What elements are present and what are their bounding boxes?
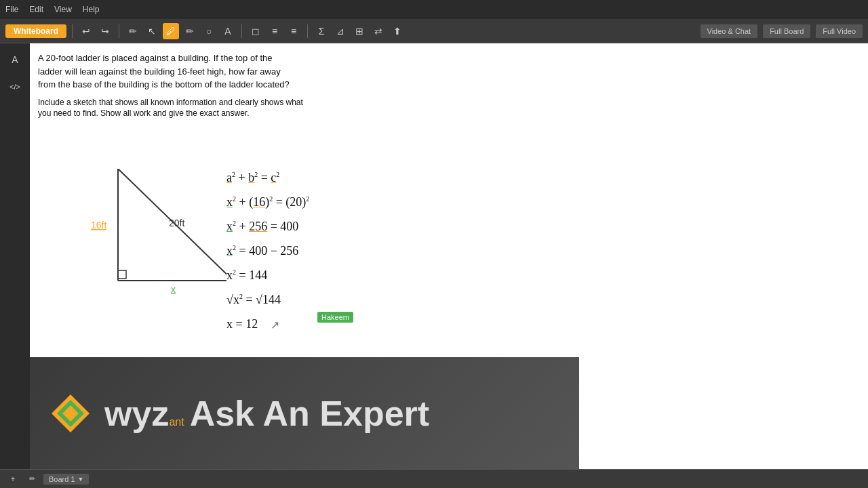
menu-help[interactable]: Help xyxy=(83,5,100,14)
whiteboard-tab[interactable]: Whiteboard xyxy=(5,24,66,38)
wyzant-logo-diamond xyxy=(50,393,91,434)
board-tab-arrow[interactable]: ▼ xyxy=(78,476,84,483)
redo-button[interactable]: ↪ xyxy=(97,23,113,39)
pencil-icon-bottom: ✏ xyxy=(24,472,39,487)
main-area: A </> A 20-foot ladder is placed against… xyxy=(0,43,868,469)
left-sidebar: A </> xyxy=(0,43,30,469)
select-tool[interactable]: ↖ xyxy=(144,23,160,39)
sidebar-icon-code[interactable]: </> xyxy=(4,76,26,98)
whiteboard-canvas[interactable]: A 20-foot ladder is placed against a bui… xyxy=(30,43,868,469)
bottom-bar: + ✏ Board 1 ▼ xyxy=(0,469,868,488)
banner-ask: Ask An Expert xyxy=(190,393,430,434)
math-line-6: √x2 = √144 xyxy=(226,287,309,312)
add-board-button[interactable]: + xyxy=(5,472,20,487)
board-label: Board 1 xyxy=(49,475,75,483)
wyzant-text: wyzant Ask An Expert xyxy=(104,393,429,434)
svg-text:x: x xyxy=(171,284,176,294)
banner-wyz: wyz xyxy=(104,393,169,434)
cursor-tooltip: Hakeem xyxy=(317,312,353,323)
cursor-icon: ↗ xyxy=(271,314,279,336)
math-line-5: x2 = 144 xyxy=(226,263,309,287)
swap-tool[interactable]: ⇄ xyxy=(370,23,387,39)
math-256: 256 xyxy=(249,220,267,233)
svg-rect-3 xyxy=(118,270,126,279)
board-1-tab[interactable]: Board 1 ▼ xyxy=(43,474,89,485)
angle-tool[interactable]: ⊿ xyxy=(332,23,349,39)
pencil-tool[interactable]: ✏ xyxy=(125,23,141,39)
math-line-4: x2 = 400 − 256 xyxy=(226,239,309,263)
math-line-3: x2 + 256 = 400 xyxy=(226,214,309,239)
text-tool[interactable]: A xyxy=(220,23,236,39)
svg-text:20ft: 20ft xyxy=(169,218,184,228)
list-tool-1[interactable]: ≡ xyxy=(267,23,283,39)
video-chat-button[interactable]: Video & Chat xyxy=(701,24,758,38)
full-video-button[interactable]: Full Video xyxy=(816,24,863,38)
circle-tool[interactable]: ○ xyxy=(201,23,217,39)
pen-tool[interactable]: 🖊 xyxy=(163,23,179,39)
svg-text:16ft: 16ft xyxy=(91,220,106,230)
upload-tool[interactable]: ⬆ xyxy=(389,23,406,39)
math-a: a xyxy=(226,171,232,184)
toolbar-separator-4 xyxy=(307,24,308,38)
math-x2: x xyxy=(226,195,233,209)
banner-ant: ant xyxy=(169,416,184,428)
triangle-diagram: 16ft 20ft x xyxy=(71,169,226,294)
math-16: 16 xyxy=(253,195,265,209)
question-text: A 20-foot ladder is placed against a bui… xyxy=(38,52,296,92)
math-line-7: x = 12 ↗ xyxy=(226,312,309,336)
question-area: A 20-foot ladder is placed against a bui… xyxy=(38,52,854,119)
menu-edit[interactable]: Edit xyxy=(29,5,43,14)
math-x2-2: x xyxy=(226,220,233,233)
math-line-2: x2 + (16)2 = (20)2 xyxy=(226,190,309,214)
math-work-area: a2 + b2 = c2 x2 + (16)2 = (20)2 x2 + 256… xyxy=(226,165,309,336)
erase-tool[interactable]: ◻ xyxy=(248,23,264,39)
toolbar: Whiteboard ↩ ↪ ✏ ↖ 🖊 ✏ ○ A ◻ ≡ ≡ Σ ⊿ ⊞ ⇄… xyxy=(0,19,868,43)
sidebar-icon-a[interactable]: A xyxy=(4,49,26,70)
math-b: b xyxy=(248,171,254,184)
highlight-tool[interactable]: ✏ xyxy=(182,23,198,39)
toolbar-separator-3 xyxy=(241,24,242,38)
menu-bar: File Edit View Help xyxy=(0,0,868,19)
menu-view[interactable]: View xyxy=(54,5,72,14)
toolbar-separator-2 xyxy=(119,24,119,38)
toolbar-separator-1 xyxy=(72,24,73,38)
list-tool-2[interactable]: ≡ xyxy=(285,23,302,39)
diagram-area: 16ft 20ft x xyxy=(71,169,226,297)
wyzant-banner: wyzant Ask An Expert xyxy=(30,357,579,469)
sigma-tool[interactable]: Σ xyxy=(313,23,330,39)
math-x2-3: x xyxy=(226,244,233,258)
math-line-1: a2 + b2 = c2 xyxy=(226,165,309,190)
full-board-button[interactable]: Full Board xyxy=(763,24,810,38)
menu-file[interactable]: File xyxy=(5,5,18,14)
grid-tool[interactable]: ⊞ xyxy=(351,23,368,39)
question-sub: Include a sketch that shows all known in… xyxy=(38,97,309,120)
undo-button[interactable]: ↩ xyxy=(78,23,94,39)
